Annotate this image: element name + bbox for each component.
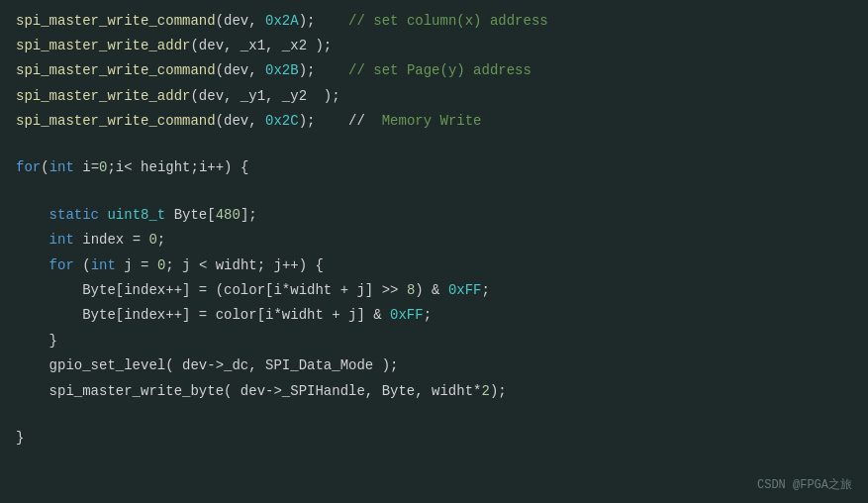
- code-token: [16, 229, 49, 251]
- code-token: spi_master_write_addr: [16, 85, 190, 107]
- code-token: ) &: [415, 279, 448, 301]
- code-token: ;: [482, 279, 490, 301]
- code-token: uint8_t: [107, 204, 165, 226]
- footer-watermark: CSDN @FPGA之旅: [757, 476, 852, 493]
- code-lines: spi_master_write_command(dev, 0x2A); // …: [0, 8, 868, 451]
- code-line: }: [0, 328, 868, 352]
- code-token: 0x2A: [265, 10, 299, 32]
- code-token: 0x2C: [265, 110, 299, 132]
- code-token: (dev,: [216, 110, 265, 132]
- code-line: spi_master_write_byte( dev->_SPIHandle, …: [0, 378, 868, 403]
- code-token: ; j < widht; j++) {: [165, 254, 324, 276]
- code-token: 0: [99, 156, 107, 178]
- code-token: Byte[index++] = (color[i*widht + j] >>: [16, 279, 407, 301]
- code-token: // set column(x) address: [348, 10, 548, 32]
- code-line: spi_master_write_command(dev, 0x2A); // …: [0, 8, 868, 33]
- code-line: for (int j = 0; j < widht; j++) {: [0, 252, 868, 277]
- code-token: 0: [148, 229, 156, 251]
- code-line: for(int i=0;i< height;i++) {: [0, 155, 868, 180]
- code-token: int: [49, 229, 74, 251]
- code-line: Byte[index++] = (color[i*widht + j] >> 8…: [0, 278, 868, 303]
- code-token: index =: [74, 229, 149, 251]
- code-token: spi_master_write_command: [16, 59, 216, 81]
- code-token: ); //: [299, 110, 382, 132]
- code-token: ;: [157, 229, 165, 251]
- code-token: static: [49, 204, 99, 226]
- code-token: spi_master_write_addr: [16, 35, 190, 56]
- code-token: [16, 204, 49, 226]
- code-line: spi_master_write_command(dev, 0x2C); // …: [0, 109, 868, 134]
- code-line: gpio_set_level( dev->_dc, SPI_Data_Mode …: [0, 353, 868, 378]
- code-token: }: [16, 427, 24, 449]
- code-token: }: [16, 330, 57, 352]
- code-line: static uint8_t Byte[480];: [0, 202, 868, 227]
- code-token: (: [74, 254, 91, 276]
- code-token: (dev, _y1, _y2 );: [190, 85, 339, 107]
- code-token: );: [490, 380, 507, 402]
- code-line: spi_master_write_addr(dev, _x1, _x2 );: [0, 33, 868, 57]
- code-token: spi_master_write_command: [16, 110, 216, 132]
- code-token: );: [299, 10, 348, 32]
- code-line: spi_master_write_addr(dev, _y1, _y2 );: [0, 83, 868, 108]
- code-token: // set Page(y) address: [348, 59, 531, 81]
- code-token: int: [49, 156, 74, 178]
- code-token: ];: [241, 204, 257, 226]
- code-token: ;: [424, 304, 432, 326]
- code-line: Byte[index++] = color[i*widht + j] & 0xF…: [0, 303, 868, 328]
- code-line: [0, 403, 868, 425]
- code-token: 480: [216, 204, 241, 226]
- code-token: Byte[: [165, 204, 215, 226]
- code-token: (dev, _x1, _x2 );: [190, 35, 332, 56]
- code-line: }: [0, 425, 868, 450]
- code-token: [16, 254, 49, 276]
- code-token: ;i< height;i++) {: [107, 156, 248, 178]
- code-token: [99, 204, 107, 226]
- code-token: Byte[index++] = color[i*widht + j] &: [16, 304, 390, 326]
- code-token: 8: [407, 279, 415, 301]
- code-line: [0, 180, 868, 202]
- code-token: 0: [157, 254, 165, 276]
- code-token: (dev,: [216, 10, 265, 32]
- code-token: );: [299, 59, 348, 81]
- code-token: spi_master_write_command: [16, 10, 216, 32]
- code-token: j =: [116, 254, 157, 276]
- code-token: int: [91, 254, 116, 276]
- code-token: Memory Write: [382, 110, 482, 132]
- code-token: i=: [74, 156, 99, 178]
- code-token: for: [49, 254, 74, 276]
- code-token: for: [16, 156, 41, 178]
- code-token: 0xFF: [448, 279, 482, 301]
- code-line: spi_master_write_command(dev, 0x2B); // …: [0, 58, 868, 83]
- code-token: spi_master_write_byte( dev->_SPIHandle, …: [16, 380, 481, 402]
- code-container: spi_master_write_command(dev, 0x2A); // …: [0, 0, 868, 503]
- code-token: (: [41, 156, 48, 178]
- code-token: gpio_set_level( dev->_dc, SPI_Data_Mode …: [16, 354, 398, 376]
- code-line: [0, 134, 868, 155]
- code-line: int index = 0;: [0, 228, 868, 252]
- code-token: 2: [481, 380, 489, 402]
- code-token: 0xFF: [390, 304, 424, 326]
- code-token: 0x2B: [265, 59, 299, 81]
- code-token: (dev,: [216, 59, 265, 81]
